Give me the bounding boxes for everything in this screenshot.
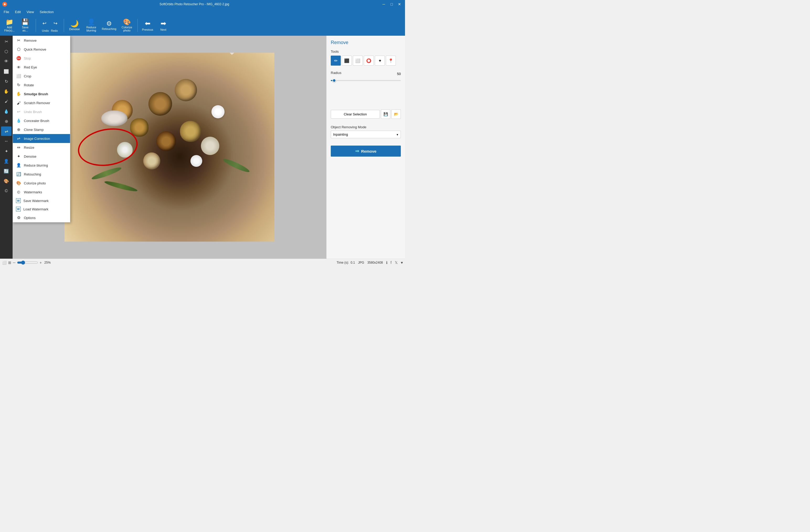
redo-button[interactable]: ↪ [50, 19, 61, 28]
previous-button[interactable]: ⬅ Previous [141, 17, 155, 34]
statusbar: ⬜ ⊞ ─ + 25% Time (s): 0.1 JPG 3580x2408 … [0, 259, 405, 266]
colorize-menu-label: Colorize photo [24, 181, 46, 185]
add-files-button[interactable]: 📁 Add File(s)... [2, 17, 17, 34]
image-correction-menu-icon: ⇌ [16, 136, 21, 141]
sidebar-tool-rotate[interactable]: ↻ [1, 77, 12, 86]
clear-selection-button[interactable]: Clear Selection [331, 110, 380, 118]
dropdown-item-smudge[interactable]: ✋ Smudge Brush [13, 90, 70, 98]
dropdown-item-options[interactable]: ⚙ Options [13, 213, 70, 222]
sidebar-tool-red-eye[interactable]: 👁 [1, 57, 12, 66]
dropdown-item-denoise[interactable]: ✦ Denoise [13, 152, 70, 161]
rect-select-tool-btn[interactable]: ⬜ [353, 55, 363, 66]
reduce-blurring-menu-label: Reduce blurring [24, 163, 48, 167]
dropdown-item-remove[interactable]: ✂ Remove [13, 36, 70, 45]
options-menu-icon: ⚙ [16, 215, 21, 220]
zoom-slider[interactable] [17, 261, 38, 264]
undo-brush-menu-icon: ↩ [16, 109, 21, 114]
pin-tool-btn[interactable]: 📍 [386, 55, 396, 66]
scratch-menu-icon: 🖌 [16, 100, 21, 106]
statusbar-zoom-in-icon[interactable]: + [39, 260, 42, 265]
sidebar-tool-denoise[interactable]: ✦ [1, 146, 12, 156]
sidebar-tool-resize[interactable]: ↔ [1, 136, 12, 146]
dropdown-item-image-correction[interactable]: ⇌ Image Correction [13, 134, 70, 143]
denoise-button[interactable]: 🌙 Denoise [67, 17, 82, 34]
clear-selection-row: Clear Selection 💾 📂 [331, 109, 401, 119]
magic-tool-btn[interactable]: ✦ [375, 55, 385, 66]
toolbar-undoredo-group: ↩ ↪ Undo Redo [39, 19, 61, 32]
spacer [331, 91, 401, 106]
minimize-button[interactable]: ─ [380, 2, 387, 7]
save-as-button[interactable]: 💾 Save as... [18, 17, 33, 34]
sidebar-tool-watermarks[interactable]: © [1, 186, 12, 196]
menu-selection[interactable]: Selection [37, 10, 56, 14]
dropdown-item-colorize[interactable]: 🎨 Colorize photo [13, 179, 70, 188]
dropdown-item-load-watermark[interactable]: W Load Watermark [13, 205, 70, 213]
close-button[interactable]: ✕ [396, 2, 403, 7]
load-watermark-menu-icon: W [16, 207, 21, 211]
save-selection-button[interactable]: 💾 [381, 109, 390, 119]
dropdown-item-retouching[interactable]: 🔄 Retouching [13, 170, 70, 179]
zoom-value: 25% [44, 261, 51, 264]
load-sel-icon: 📂 [394, 112, 399, 116]
sidebar-tool-scratch[interactable]: 🖌 [1, 97, 12, 106]
dropdown-item-scratch[interactable]: 🖌 Scratch Remover [13, 98, 70, 107]
dropdown-item-crop[interactable]: ⬜ Crop [13, 71, 70, 81]
sidebar-tool-reduce-blur[interactable]: 👤 [1, 156, 12, 166]
info-icon[interactable]: ℹ [386, 260, 387, 265]
smudge-menu-icon: ✋ [16, 91, 21, 97]
facebook-icon[interactable]: f [391, 260, 392, 265]
sidebar-tool-clone[interactable]: ⊕ [1, 116, 12, 126]
dropdown-item-watermarks[interactable]: © Watermarks [13, 188, 70, 196]
menu-file[interactable]: File [1, 10, 12, 14]
resize-menu-icon: ⇔ [16, 145, 21, 150]
retouching-button[interactable]: ⚙ Retouching [101, 17, 117, 34]
sidebar-tool-smudge[interactable]: ✋ [1, 86, 12, 96]
lasso-tool-btn[interactable]: ⭕ [364, 55, 374, 66]
undo-button[interactable]: ↩ [39, 19, 50, 28]
right-panel: Remove Tools ✏ ⬛ ⬜ ⭕ ✦ [326, 36, 405, 259]
twitter-icon[interactable]: 𝕏 [395, 260, 398, 265]
mode-select[interactable]: Inpainting Smart Fill Pattern [331, 131, 401, 138]
sidebar-tool-colorize[interactable]: 🎨 [1, 176, 12, 186]
sidebar-tool-concealer[interactable]: 💧 [1, 107, 12, 116]
reduce-blurring-button[interactable]: 👤 Reduce blurring [84, 17, 99, 34]
radius-slider-thumb[interactable] [333, 79, 336, 82]
statusbar-zoom-out-icon[interactable]: ─ [13, 260, 15, 265]
menu-view[interactable]: View [24, 10, 36, 14]
heart-icon[interactable]: ♥ [401, 260, 403, 265]
statusbar-left: ⬜ ⊞ ─ + 25% [2, 260, 335, 265]
statusbar-zoom-to-fit-icon[interactable]: ⬜ [2, 260, 6, 265]
statusbar-zoom-actual-icon[interactable]: ⊞ [8, 260, 11, 265]
sidebar-tool-retouching[interactable]: 🔄 [1, 166, 12, 176]
denoise-label: Denoise [69, 28, 80, 31]
remove-button[interactable]: ⇒ Remove [331, 146, 401, 157]
add-files-icon: 📁 [5, 19, 13, 25]
lasso-icon: ⭕ [366, 58, 371, 63]
window-controls: ─ □ ✕ [380, 2, 403, 7]
brush-tool-btn[interactable]: ✏ [331, 55, 341, 66]
load-selection-button[interactable]: 📂 [391, 109, 401, 119]
dropdown-item-resize[interactable]: ⇔ Resize [13, 143, 70, 152]
toolbar-sep-3 [137, 19, 138, 32]
dropdown-item-save-watermark[interactable]: W Save Watermark [13, 196, 70, 205]
denoise-menu-icon: ✦ [16, 154, 21, 159]
dropdown-item-concealer[interactable]: 💧 Concealer Brush [13, 116, 70, 125]
maximize-button[interactable]: □ [388, 2, 395, 7]
dropdown-item-red-eye[interactable]: 👁 Red Eye [13, 63, 70, 71]
sidebar-tool-crop[interactable]: ⬜ [1, 67, 12, 76]
image-correction-menu-label: Image Correction [24, 137, 50, 141]
tools-row: ✏ ⬛ ⬜ ⭕ ✦ 📍 [331, 55, 401, 66]
dropdown-item-clone[interactable]: ⊕ Clone Stamp [13, 125, 70, 134]
eraser-tool-btn[interactable]: ⬛ [342, 55, 352, 66]
save-as-label: Save as... [22, 26, 28, 32]
dropdown-item-reduce-blurring[interactable]: 👤 Reduce blurring [13, 161, 70, 170]
next-button[interactable]: ➡ Next [157, 17, 170, 34]
dropdown-item-rotate[interactable]: ↻ Rotate [13, 81, 70, 90]
sidebar-tool-remove[interactable]: ✂ [1, 37, 12, 46]
menu-edit[interactable]: Edit [12, 10, 23, 14]
previous-label: Previous [142, 28, 153, 31]
sidebar-tool-quick-remove[interactable]: ⬡ [1, 47, 12, 56]
sidebar-tool-image-correction[interactable]: ⇌ [1, 126, 12, 136]
colorize-photo-button[interactable]: 🎨 Colorize photo [119, 17, 134, 34]
dropdown-item-quick-remove[interactable]: ⬡ Quick Remove [13, 45, 70, 54]
